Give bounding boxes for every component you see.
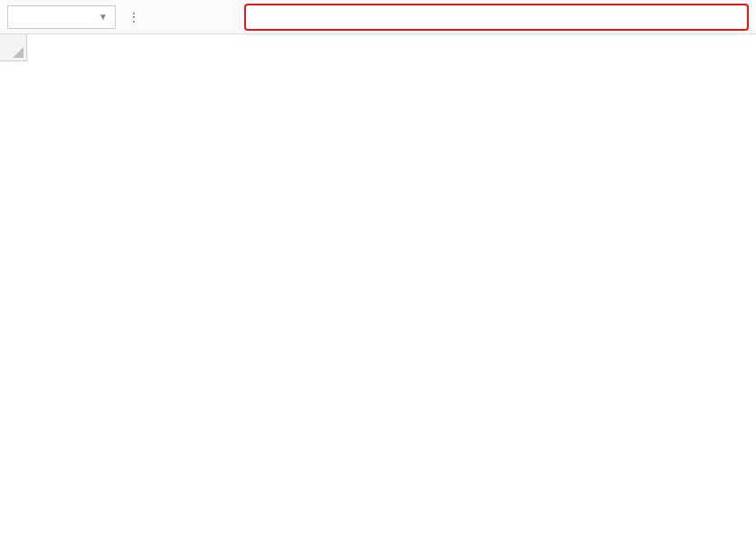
select-all-triangle[interactable] xyxy=(0,34,27,61)
worksheet[interactable] xyxy=(0,34,756,534)
column-headers xyxy=(27,34,756,61)
formula-separator: ⋮ xyxy=(121,5,146,29)
excel-window: ▼ ⋮ xyxy=(0,0,756,534)
formula-bar: ▼ ⋮ xyxy=(0,0,756,34)
name-box[interactable]: ▼ xyxy=(7,5,116,29)
formula-input[interactable] xyxy=(244,4,749,31)
chevron-down-icon[interactable]: ▼ xyxy=(99,12,108,22)
cell-grid[interactable] xyxy=(27,61,756,534)
insert-function-button[interactable] xyxy=(213,5,239,29)
confirm-formula-button[interactable] xyxy=(183,5,208,29)
cancel-formula-button[interactable] xyxy=(152,5,177,29)
